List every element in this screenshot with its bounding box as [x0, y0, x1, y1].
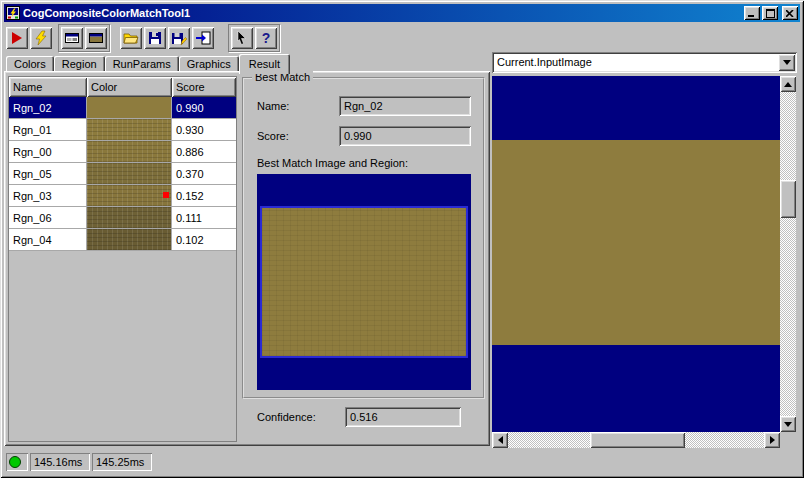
horizontal-scrollbar[interactable] — [492, 432, 780, 448]
result-tab-page: Name Color Score Rgn_02 0.990 Rgn_01 0.9… — [4, 71, 490, 446]
row-score-cell: 0.370 — [172, 163, 236, 185]
electric-run-button[interactable] — [30, 27, 52, 49]
import-button[interactable] — [192, 27, 214, 49]
row-name-cell: Rgn_03 — [9, 185, 87, 207]
scroll-up-button[interactable] — [780, 76, 796, 92]
vertical-scroll-thumb[interactable] — [780, 180, 796, 218]
run-status-light — [9, 456, 21, 468]
row-score-cell: 0.886 — [172, 141, 236, 163]
help-button[interactable]: ? — [255, 27, 277, 49]
swatch-marker — [163, 192, 169, 198]
scrollbar-corner — [780, 432, 796, 448]
image-source-combo[interactable]: Current.InputImage — [492, 52, 797, 73]
column-header-name[interactable]: Name — [9, 77, 87, 97]
floppy-icon — [147, 30, 163, 46]
best-match-region — [260, 206, 468, 358]
minimize-icon — [748, 9, 756, 17]
total-time-panel: 145.25ms — [92, 453, 152, 471]
name-label: Name: — [257, 100, 289, 112]
folder-open-icon — [123, 30, 139, 46]
color-swatch — [87, 141, 171, 162]
close-icon — [786, 10, 794, 17]
row-color-cell — [87, 97, 172, 119]
open-button[interactable] — [120, 27, 142, 49]
close-button[interactable] — [782, 6, 798, 20]
run-button[interactable] — [6, 27, 28, 49]
scroll-left-button[interactable] — [492, 432, 508, 448]
input-image-display[interactable] — [492, 76, 780, 432]
arrow-up-icon — [784, 82, 792, 87]
vertical-scrollbar[interactable] — [780, 76, 796, 432]
row-color-cell — [87, 141, 172, 163]
display-tool-group: ? — [228, 24, 280, 52]
horizontal-scroll-thumb[interactable] — [590, 432, 685, 448]
row-color-cell — [87, 163, 172, 185]
best-match-name-field[interactable]: Rgn_02 — [339, 96, 471, 116]
color-swatch — [87, 185, 171, 206]
tab-graphics[interactable]: Graphics — [179, 56, 239, 71]
column-header-color[interactable]: Color — [87, 77, 172, 97]
chevron-down-icon — [783, 60, 791, 65]
table-row[interactable]: Rgn_04 0.102 — [9, 229, 236, 251]
color-swatch — [87, 229, 171, 250]
toolbar: ? — [4, 24, 800, 52]
tab-label: RunParams — [113, 58, 171, 70]
table-row[interactable]: Rgn_03 0.152 — [9, 185, 236, 207]
maximize-button[interactable] — [762, 6, 778, 20]
row-name-cell: Rgn_00 — [9, 141, 87, 163]
confidence-field[interactable]: 0.516 — [345, 407, 461, 427]
row-score-cell: 0.990 — [172, 97, 236, 119]
table-row[interactable]: Rgn_02 0.990 — [9, 97, 236, 119]
show-last-run-record-button[interactable] — [61, 27, 83, 49]
row-score-cell: 0.102 — [172, 229, 236, 251]
maximize-icon — [766, 9, 775, 18]
import-arrow-icon — [195, 30, 211, 46]
row-name-cell: Rgn_02 — [9, 97, 87, 119]
tab-colors[interactable]: Colors — [6, 56, 54, 71]
row-score-cell: 0.111 — [172, 207, 236, 229]
row-name-cell: Rgn_06 — [9, 207, 87, 229]
tab-result[interactable]: Result — [239, 54, 290, 74]
scroll-right-button[interactable] — [764, 432, 780, 448]
record-display-group — [58, 24, 110, 52]
run-time-panel: 145.16ms — [30, 453, 90, 471]
help-icon: ? — [262, 31, 271, 45]
minimize-button[interactable] — [744, 6, 760, 20]
title-bar[interactable]: CogCompositeColorMatchTool1 — [4, 4, 800, 22]
table-header: Name Color Score — [9, 77, 236, 97]
scroll-down-button[interactable] — [780, 416, 796, 432]
tool-window: CogCompositeColorMatchTool1 — [0, 0, 804, 478]
app-icon — [6, 6, 20, 20]
combo-dropdown-button[interactable] — [778, 54, 795, 71]
lightning-icon — [33, 30, 49, 46]
best-match-group: Best Match Name: Rgn_02 Score: 0.990 Bes… — [242, 77, 485, 399]
current-record-display-icon — [88, 30, 104, 46]
best-match-image-display[interactable] — [257, 174, 471, 390]
table-row[interactable]: Rgn_06 0.111 — [9, 207, 236, 229]
arrow-right-icon — [770, 436, 775, 444]
image-source-value: Current.InputImage — [497, 56, 592, 68]
color-swatch — [87, 119, 171, 140]
best-match-score-field[interactable]: 0.990 — [339, 126, 471, 146]
tab-label: Result — [249, 58, 280, 70]
save-button[interactable] — [144, 27, 166, 49]
status-bar: 145.16ms 145.25ms — [4, 450, 800, 474]
row-color-cell — [87, 229, 172, 251]
table-row[interactable]: Rgn_00 0.886 — [9, 141, 236, 163]
row-name-cell: Rgn_01 — [9, 119, 87, 141]
run-play-icon — [9, 30, 25, 46]
tab-runparams[interactable]: RunParams — [105, 56, 179, 71]
column-header-score[interactable]: Score — [172, 77, 236, 97]
color-swatch — [87, 163, 171, 184]
tab-strip: Colors Region RunParams Graphics Result — [6, 53, 290, 74]
table-row[interactable]: Rgn_01 0.930 — [9, 119, 236, 141]
row-color-cell — [87, 207, 172, 229]
row-name-cell: Rgn_04 — [9, 229, 87, 251]
record-display-icon — [64, 30, 80, 46]
table-row[interactable]: Rgn_05 0.370 — [9, 163, 236, 185]
show-current-record-button[interactable] — [85, 27, 107, 49]
pointer-tool-button[interactable] — [231, 27, 253, 49]
save-as-button[interactable] — [168, 27, 190, 49]
tab-region[interactable]: Region — [54, 56, 105, 71]
floppy-save-as-icon — [171, 30, 187, 46]
